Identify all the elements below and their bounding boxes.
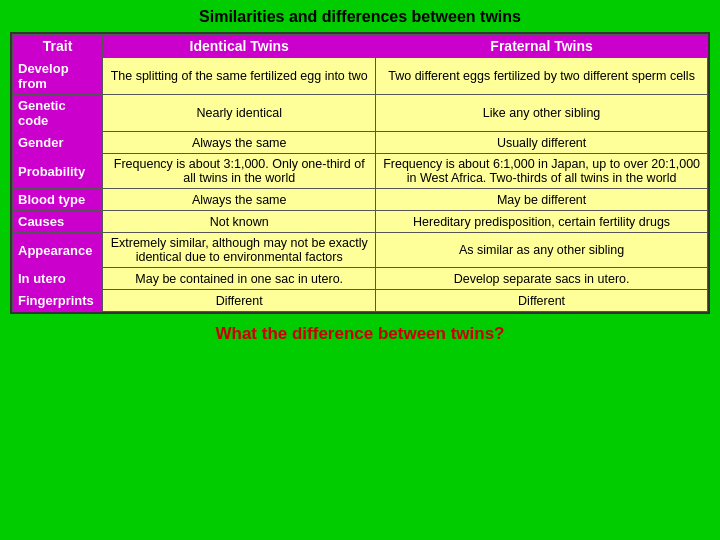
fraternal-cell-1: Like any other sibling: [376, 95, 708, 132]
page-title: Similarities and differences between twi…: [199, 8, 521, 26]
fraternal-cell-5: Hereditary predisposition, certain ferti…: [376, 211, 708, 233]
table-row: GenderAlways the sameUsually different: [13, 132, 708, 154]
col-header-fraternal: Fraternal Twins: [376, 35, 708, 58]
fraternal-cell-6: As similar as any other sibling: [376, 233, 708, 268]
identical-cell-8: Different: [103, 290, 376, 312]
trait-cell-6: Appearance: [13, 233, 103, 268]
identical-cell-7: May be contained in one sac in utero.: [103, 268, 376, 290]
table-row: FingerprintsDifferentDifferent: [13, 290, 708, 312]
trait-cell-1: Genetic code: [13, 95, 103, 132]
comparison-table-wrapper: Trait Identical Twins Fraternal Twins De…: [10, 32, 710, 314]
trait-cell-3: Probability: [13, 154, 103, 189]
table-row: Develop fromThe splitting of the same fe…: [13, 58, 708, 95]
col-header-trait: Trait: [13, 35, 103, 58]
trait-cell-2: Gender: [13, 132, 103, 154]
fraternal-cell-2: Usually different: [376, 132, 708, 154]
table-row: CausesNot knownHereditary predisposition…: [13, 211, 708, 233]
trait-cell-8: Fingerprints: [13, 290, 103, 312]
table-row: In uteroMay be contained in one sac in u…: [13, 268, 708, 290]
identical-cell-4: Always the same: [103, 189, 376, 211]
comparison-table: Trait Identical Twins Fraternal Twins De…: [12, 34, 708, 312]
identical-cell-5: Not known: [103, 211, 376, 233]
fraternal-cell-7: Develop separate sacs in utero.: [376, 268, 708, 290]
identical-cell-6: Extremely similar, although may not be e…: [103, 233, 376, 268]
trait-cell-7: In utero: [13, 268, 103, 290]
fraternal-cell-8: Different: [376, 290, 708, 312]
trait-cell-0: Develop from: [13, 58, 103, 95]
trait-cell-4: Blood type: [13, 189, 103, 211]
fraternal-cell-0: Two different eggs fertilized by two dif…: [376, 58, 708, 95]
identical-cell-1: Nearly identical: [103, 95, 376, 132]
identical-cell-3: Frequency is about 3:1,000. Only one-thi…: [103, 154, 376, 189]
fraternal-cell-4: May be different: [376, 189, 708, 211]
table-row: ProbabilityFrequency is about 3:1,000. O…: [13, 154, 708, 189]
table-row: Genetic codeNearly identicalLike any oth…: [13, 95, 708, 132]
table-row: AppearanceExtremely similar, although ma…: [13, 233, 708, 268]
table-body: Develop fromThe splitting of the same fe…: [13, 58, 708, 312]
table-row: Blood typeAlways the sameMay be differen…: [13, 189, 708, 211]
identical-cell-2: Always the same: [103, 132, 376, 154]
identical-cell-0: The splitting of the same fertilized egg…: [103, 58, 376, 95]
col-header-identical: Identical Twins: [103, 35, 376, 58]
table-header-row: Trait Identical Twins Fraternal Twins: [13, 35, 708, 58]
footer-text: What the difference between twins?: [215, 324, 504, 344]
fraternal-cell-3: Frequency is about 6:1,000 in Japan, up …: [376, 154, 708, 189]
trait-cell-5: Causes: [13, 211, 103, 233]
